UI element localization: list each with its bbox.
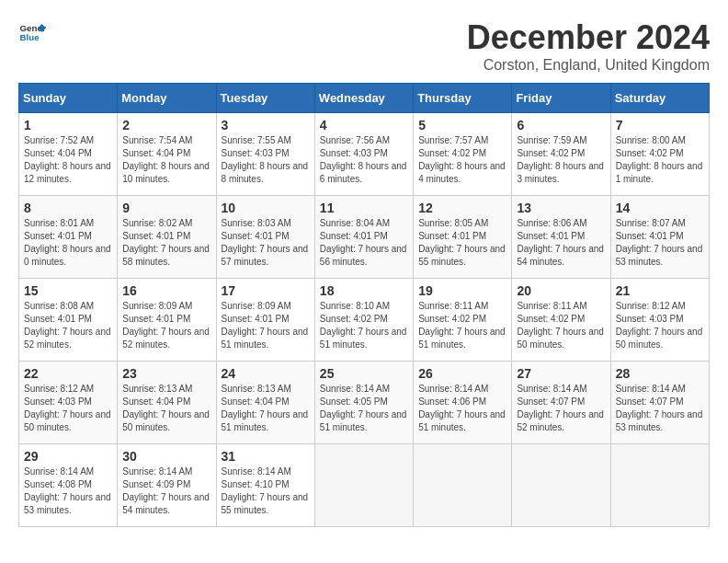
day-info: Sunrise: 8:14 AMSunset: 4:08 PMDaylight:…	[24, 465, 112, 517]
day-info: Sunrise: 8:14 AMSunset: 4:05 PMDaylight:…	[320, 383, 408, 434]
calendar-cell: 24Sunrise: 8:13 AMSunset: 4:04 PMDayligh…	[216, 362, 314, 444]
day-info: Sunrise: 7:56 AMSunset: 4:03 PMDaylight:…	[320, 134, 408, 186]
day-number: 2	[122, 118, 210, 132]
day-info: Sunrise: 8:00 AMSunset: 4:02 PMDaylight:…	[616, 134, 704, 186]
day-number: 7	[616, 118, 704, 132]
calendar-cell: 17Sunrise: 8:09 AMSunset: 4:01 PMDayligh…	[216, 279, 314, 362]
title-area: December 2024 Corston, England, United K…	[467, 18, 710, 74]
day-number: 30	[122, 449, 210, 464]
weekday-header-row: Sunday Monday Tuesday Wednesday Thursday…	[19, 84, 710, 113]
day-number: 5	[418, 118, 506, 132]
calendar-cell: 14Sunrise: 8:07 AMSunset: 4:01 PMDayligh…	[610, 196, 709, 279]
day-number: 27	[517, 366, 605, 381]
day-number: 11	[320, 201, 408, 215]
calendar-cell: 13Sunrise: 8:06 AMSunset: 4:01 PMDayligh…	[512, 196, 610, 279]
day-info: Sunrise: 8:04 AMSunset: 4:01 PMDaylight:…	[320, 217, 408, 269]
calendar-cell: 25Sunrise: 8:14 AMSunset: 4:05 PMDayligh…	[314, 362, 413, 444]
calendar-cell: 21Sunrise: 8:12 AMSunset: 4:03 PMDayligh…	[610, 279, 709, 362]
day-number: 25	[320, 366, 408, 381]
day-info: Sunrise: 8:10 AMSunset: 4:02 PMDaylight:…	[320, 300, 408, 351]
day-number: 19	[418, 283, 506, 298]
day-info: Sunrise: 8:14 AMSunset: 4:07 PMDaylight:…	[616, 383, 704, 434]
day-info: Sunrise: 8:14 AMSunset: 4:06 PMDaylight:…	[418, 383, 506, 434]
day-number: 23	[122, 366, 210, 381]
calendar-cell: 23Sunrise: 8:13 AMSunset: 4:04 PMDayligh…	[118, 362, 216, 444]
day-info: Sunrise: 8:11 AMSunset: 4:02 PMDaylight:…	[517, 300, 605, 351]
day-info: Sunrise: 8:14 AMSunset: 4:10 PMDaylight:…	[222, 465, 310, 517]
calendar-cell	[314, 444, 413, 527]
calendar-cell: 15Sunrise: 8:08 AMSunset: 4:01 PMDayligh…	[19, 279, 118, 362]
col-friday: Friday	[512, 84, 610, 113]
day-info: Sunrise: 8:12 AMSunset: 4:03 PMDaylight:…	[24, 383, 112, 434]
logo: General Blue	[18, 18, 46, 46]
day-info: Sunrise: 7:57 AMSunset: 4:02 PMDaylight:…	[418, 134, 506, 186]
day-info: Sunrise: 8:05 AMSunset: 4:01 PMDaylight:…	[418, 217, 506, 269]
day-number: 31	[222, 449, 310, 464]
day-number: 21	[616, 283, 704, 298]
day-info: Sunrise: 8:09 AMSunset: 4:01 PMDaylight:…	[122, 300, 210, 351]
day-number: 9	[122, 201, 210, 215]
day-info: Sunrise: 8:08 AMSunset: 4:01 PMDaylight:…	[24, 300, 112, 351]
day-number: 8	[24, 201, 112, 215]
calendar-cell: 9Sunrise: 8:02 AMSunset: 4:01 PMDaylight…	[118, 196, 216, 279]
day-number: 24	[222, 366, 310, 381]
calendar-cell: 6Sunrise: 7:59 AMSunset: 4:02 PMDaylight…	[512, 113, 610, 196]
week-row: 1Sunrise: 7:52 AMSunset: 4:04 PMDaylight…	[19, 113, 710, 196]
day-number: 17	[222, 283, 310, 298]
week-row: 15Sunrise: 8:08 AMSunset: 4:01 PMDayligh…	[19, 279, 710, 362]
day-number: 18	[320, 283, 408, 298]
day-number: 1	[24, 118, 112, 132]
day-info: Sunrise: 8:13 AMSunset: 4:04 PMDaylight:…	[222, 383, 310, 434]
day-info: Sunrise: 8:03 AMSunset: 4:01 PMDaylight:…	[222, 217, 310, 269]
day-number: 14	[616, 201, 704, 215]
day-number: 29	[24, 449, 112, 464]
calendar-cell: 11Sunrise: 8:04 AMSunset: 4:01 PMDayligh…	[314, 196, 413, 279]
day-number: 20	[517, 283, 605, 298]
day-number: 16	[122, 283, 210, 298]
day-info: Sunrise: 8:14 AMSunset: 4:07 PMDaylight:…	[517, 383, 605, 434]
day-number: 4	[320, 118, 408, 132]
week-row: 8Sunrise: 8:01 AMSunset: 4:01 PMDaylight…	[19, 196, 710, 279]
day-info: Sunrise: 8:01 AMSunset: 4:01 PMDaylight:…	[24, 217, 112, 269]
location-title: Corston, England, United Kingdom	[467, 57, 710, 74]
day-info: Sunrise: 7:55 AMSunset: 4:03 PMDaylight:…	[222, 134, 310, 186]
day-number: 15	[24, 283, 112, 298]
day-number: 26	[418, 366, 506, 381]
day-info: Sunrise: 8:12 AMSunset: 4:03 PMDaylight:…	[616, 300, 704, 351]
calendar-cell: 12Sunrise: 8:05 AMSunset: 4:01 PMDayligh…	[414, 196, 512, 279]
day-info: Sunrise: 8:07 AMSunset: 4:01 PMDaylight:…	[616, 217, 704, 269]
col-thursday: Thursday	[414, 84, 512, 113]
day-number: 28	[616, 366, 704, 381]
day-number: 10	[222, 201, 310, 215]
calendar-cell: 31Sunrise: 8:14 AMSunset: 4:10 PMDayligh…	[216, 444, 314, 527]
col-sunday: Sunday	[19, 84, 118, 113]
calendar-cell: 2Sunrise: 7:54 AMSunset: 4:04 PMDaylight…	[118, 113, 216, 196]
week-row: 22Sunrise: 8:12 AMSunset: 4:03 PMDayligh…	[19, 362, 710, 444]
day-info: Sunrise: 8:11 AMSunset: 4:02 PMDaylight:…	[418, 300, 506, 351]
calendar-cell: 5Sunrise: 7:57 AMSunset: 4:02 PMDaylight…	[414, 113, 512, 196]
calendar-cell: 18Sunrise: 8:10 AMSunset: 4:02 PMDayligh…	[314, 279, 413, 362]
calendar-cell: 4Sunrise: 7:56 AMSunset: 4:03 PMDaylight…	[314, 113, 413, 196]
calendar-cell: 3Sunrise: 7:55 AMSunset: 4:03 PMDaylight…	[216, 113, 314, 196]
col-wednesday: Wednesday	[314, 84, 413, 113]
calendar-cell: 7Sunrise: 8:00 AMSunset: 4:02 PMDaylight…	[610, 113, 709, 196]
week-row: 29Sunrise: 8:14 AMSunset: 4:08 PMDayligh…	[19, 444, 710, 527]
calendar-cell: 22Sunrise: 8:12 AMSunset: 4:03 PMDayligh…	[19, 362, 118, 444]
day-number: 3	[222, 118, 310, 132]
calendar-cell: 29Sunrise: 8:14 AMSunset: 4:08 PMDayligh…	[19, 444, 118, 527]
month-title: December 2024	[467, 18, 710, 57]
day-info: Sunrise: 8:02 AMSunset: 4:01 PMDaylight:…	[122, 217, 210, 269]
day-info: Sunrise: 8:14 AMSunset: 4:09 PMDaylight:…	[122, 465, 210, 517]
calendar-cell: 26Sunrise: 8:14 AMSunset: 4:06 PMDayligh…	[414, 362, 512, 444]
calendar-cell: 1Sunrise: 7:52 AMSunset: 4:04 PMDaylight…	[19, 113, 118, 196]
col-monday: Monday	[118, 84, 216, 113]
calendar-cell	[414, 444, 512, 527]
day-info: Sunrise: 7:54 AMSunset: 4:04 PMDaylight:…	[122, 134, 210, 186]
calendar-cell: 27Sunrise: 8:14 AMSunset: 4:07 PMDayligh…	[512, 362, 610, 444]
calendar-cell: 28Sunrise: 8:14 AMSunset: 4:07 PMDayligh…	[610, 362, 709, 444]
logo-icon: General Blue	[18, 18, 46, 46]
calendar-cell	[512, 444, 610, 527]
day-number: 6	[517, 118, 605, 132]
day-info: Sunrise: 8:09 AMSunset: 4:01 PMDaylight:…	[222, 300, 310, 351]
calendar-cell: 20Sunrise: 8:11 AMSunset: 4:02 PMDayligh…	[512, 279, 610, 362]
